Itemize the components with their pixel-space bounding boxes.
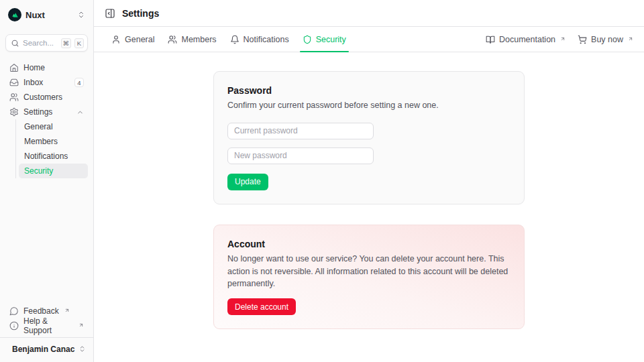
bell-icon bbox=[230, 35, 239, 44]
home-icon bbox=[9, 63, 19, 72]
sidebar-item-general[interactable]: General bbox=[19, 119, 88, 134]
page-header: Settings bbox=[94, 0, 644, 27]
sidebar-item-help-support[interactable]: Help & Support bbox=[5, 318, 88, 333]
workspace-name: Nuxt bbox=[25, 10, 73, 20]
sidebar-item-label: Members bbox=[24, 137, 58, 146]
inbox-count-badge: 4 bbox=[74, 78, 84, 87]
sidebar-item-inbox[interactable]: Inbox 4 bbox=[5, 75, 88, 90]
nuxt-logo-icon bbox=[8, 8, 21, 21]
gear-icon bbox=[9, 107, 19, 117]
sidebar: Nuxt Search... ⌘ K Home Inbox 4 bbox=[0, 0, 94, 362]
delete-account-button[interactable]: Delete account bbox=[227, 298, 296, 315]
sidebar-item-settings[interactable]: Settings bbox=[5, 105, 88, 119]
user-menu[interactable]: Benjamin Canac bbox=[5, 338, 88, 357]
tab-security[interactable]: Security bbox=[296, 27, 353, 52]
workspace-switcher[interactable]: Nuxt bbox=[5, 5, 88, 24]
cart-icon bbox=[578, 35, 587, 44]
new-password-field[interactable] bbox=[227, 147, 374, 164]
password-card: Password Confirm your current password b… bbox=[213, 71, 525, 204]
update-password-button[interactable]: Update bbox=[227, 174, 268, 190]
external-link-icon bbox=[64, 308, 70, 313]
sidebar-spacer bbox=[5, 178, 88, 304]
sidebar-item-label: Feedback bbox=[23, 306, 59, 316]
external-link-icon bbox=[628, 36, 633, 42]
chevrons-up-down-icon bbox=[78, 345, 86, 353]
kbd-k: K bbox=[74, 38, 84, 48]
user-icon bbox=[111, 35, 121, 44]
sidebar-nav: Home Inbox 4 Customers Settings Genera bbox=[5, 60, 88, 178]
documentation-link[interactable]: Documentation bbox=[486, 35, 566, 44]
sidebar-item-notifications[interactable]: Notifications bbox=[19, 149, 88, 164]
chevrons-up-down-icon bbox=[77, 11, 85, 19]
tab-label: General bbox=[125, 35, 154, 44]
book-open-icon bbox=[486, 35, 495, 44]
search-input[interactable]: Search... ⌘ K bbox=[5, 34, 88, 52]
sidebar-item-label: Home bbox=[23, 63, 84, 72]
main-area: Settings General Members Notifications bbox=[94, 0, 644, 362]
chevron-up-icon bbox=[76, 109, 84, 116]
link-label: Documentation bbox=[499, 35, 555, 44]
buy-now-link[interactable]: Buy now bbox=[578, 35, 633, 44]
sidebar-item-label: Customers bbox=[23, 93, 84, 102]
sidebar-item-label: Settings bbox=[23, 107, 72, 117]
users-icon bbox=[9, 93, 19, 102]
shield-icon bbox=[303, 35, 312, 44]
tab-label: Notifications bbox=[244, 35, 289, 44]
tab-general[interactable]: General bbox=[105, 27, 161, 52]
link-label: Buy now bbox=[591, 35, 623, 44]
sidebar-item-label: Security bbox=[24, 166, 53, 176]
sidebar-item-home[interactable]: Home bbox=[5, 60, 88, 75]
sidebar-item-label: Help & Support bbox=[23, 316, 73, 335]
inbox-icon bbox=[9, 78, 19, 87]
account-danger-card: Account No longer want to use our servic… bbox=[213, 225, 525, 329]
tabs: General Members Notifications Security bbox=[105, 27, 353, 52]
tab-label: Security bbox=[316, 35, 346, 44]
search-icon bbox=[11, 39, 19, 48]
sidebar-item-label: Inbox bbox=[23, 78, 70, 87]
external-link-icon bbox=[78, 322, 84, 328]
sidebar-item-label: Notifications bbox=[24, 152, 68, 161]
sidebar-item-security[interactable]: Security bbox=[19, 164, 88, 178]
info-icon bbox=[9, 321, 19, 330]
page-title: Settings bbox=[122, 8, 159, 19]
kbd-meta: ⌘ bbox=[61, 38, 72, 48]
sidebar-item-members[interactable]: Members bbox=[19, 134, 88, 149]
card-description: No longer want to use our service? You c… bbox=[227, 253, 511, 290]
sidebar-item-customers[interactable]: Customers bbox=[5, 90, 88, 105]
chat-bubble-icon bbox=[9, 306, 19, 316]
tabbar: General Members Notifications Security bbox=[94, 27, 644, 52]
card-description: Confirm your current password before set… bbox=[227, 99, 511, 112]
settings-subnav: General Members Notifications Security bbox=[15, 119, 88, 178]
header-links: Documentation Buy now bbox=[486, 27, 633, 52]
sidebar-item-label: General bbox=[24, 122, 53, 131]
users-icon bbox=[168, 35, 177, 44]
user-name: Benjamin Canac bbox=[12, 345, 74, 354]
search-placeholder: Search... bbox=[23, 39, 58, 47]
tab-notifications[interactable]: Notifications bbox=[223, 27, 296, 52]
card-title: Password bbox=[227, 85, 511, 96]
settings-security-content: Password Confirm your current password b… bbox=[94, 52, 644, 362]
current-password-field[interactable] bbox=[227, 123, 374, 139]
collapse-sidebar-icon[interactable] bbox=[105, 8, 115, 19]
external-link-icon bbox=[560, 36, 566, 42]
tab-label: Members bbox=[181, 35, 216, 44]
card-title: Account bbox=[227, 239, 511, 249]
tab-members[interactable]: Members bbox=[161, 27, 223, 52]
